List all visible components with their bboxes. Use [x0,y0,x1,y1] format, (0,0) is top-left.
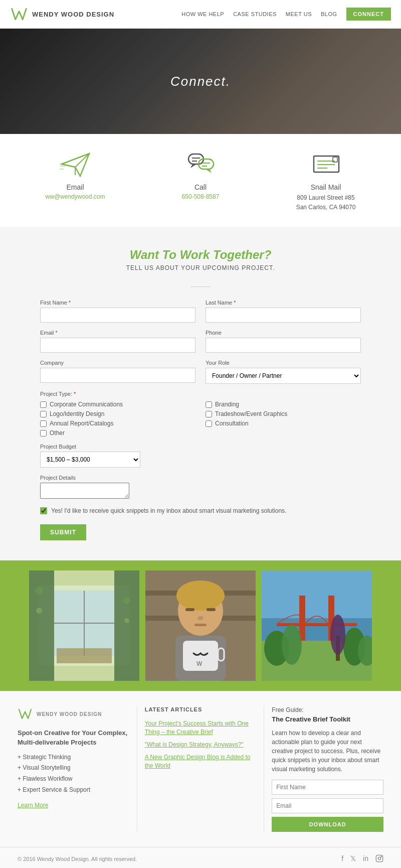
mail-line2: San Carlos, CA 94070 [296,204,356,211]
footer-article-1[interactable]: Your Project's Success Starts with One T… [145,719,257,737]
checkbox-annual[interactable]: Annual Report/Catalogs [40,420,195,427]
checkbox-other-label: Other [50,429,65,437]
mail-address: 809 Laurel Street #85 San Carlos, CA 940… [296,193,356,212]
company-group: Company [40,360,195,384]
checkbox-consultation[interactable]: Consultation [206,420,361,427]
form-divider [190,286,211,287]
svg-rect-26 [57,648,112,663]
contact-email: Email ww@wendywood.com [13,149,138,200]
instagram-icon[interactable] [375,854,383,864]
details-label: Project Details [40,475,361,481]
checkbox-logo[interactable]: Logo/Identity Design [40,410,195,417]
details-textarea[interactable] [40,483,129,499]
nav-meet-us[interactable]: MEET US [286,11,312,17]
checkbox-branding-input[interactable] [206,401,212,408]
footer-learn-more[interactable]: Learn More [18,802,48,809]
checkbox-annual-input[interactable] [40,420,47,427]
logo-icon [10,5,28,23]
svg-rect-21 [29,570,54,681]
phone-group: Phone [206,330,361,353]
last-name-label: Last Name * [206,300,361,306]
download-button[interactable]: DOWNLOAD [272,817,383,832]
checkbox-logo-label: Logo/Identity Design [50,410,104,417]
checkbox-other[interactable]: Other [40,429,195,437]
role-label: Your Role [206,360,361,366]
role-group: Your Role Founder / Owner / Partner CEO … [206,360,361,384]
footer-articles-title: LATEST ARTICLES [145,706,257,712]
connect-button[interactable]: CONNECT [346,8,391,21]
svg-point-52 [282,625,302,665]
company-input[interactable] [40,368,195,383]
svg-point-35 [176,581,225,611]
footer-col-articles: LATEST ARTICLES Your Project's Success S… [137,706,265,831]
role-select[interactable]: Founder / Owner / Partner CEO Marketing … [206,368,361,384]
nav-blog[interactable]: BLOG [321,11,337,17]
company-label: Company [40,360,195,366]
first-name-input[interactable] [40,308,195,323]
main-nav: HOW WE HELP CASE STUDIES MEET US BLOG CO… [181,8,391,21]
call-value[interactable]: 650-508-8587 [182,193,220,200]
checkbox-tradeshow-input[interactable] [206,411,212,417]
checkbox-corporate[interactable]: Corporate Communications [40,401,195,408]
site-title: WENDY WOOD DESIGN [32,11,114,18]
project-type-section: Project Type: * Corporate Communications… [40,391,361,437]
guide-desc: Learn how to develop a clear and actiona… [272,729,383,774]
first-name-group: First Name * [40,300,195,323]
linkedin-icon[interactable]: in [363,854,368,864]
call-icon [183,149,218,179]
svg-rect-36 [185,608,194,611]
call-label: Call [194,183,207,191]
footer-logo-text: WENDY WOOD DESIGN [37,711,102,717]
checkbox-corporate-input[interactable] [40,401,47,408]
gallery-image-2: W [145,570,256,681]
facebook-icon[interactable]: f [341,854,343,864]
first-name-label: First Name * [40,300,195,306]
nav-case-studies[interactable]: CASE STUDIES [233,11,277,17]
nav-how-we-help[interactable]: HOW WE HELP [181,11,224,17]
logo-area: WENDY WOOD DESIGN [10,5,114,23]
footer-article-2[interactable]: "What is Design Strategy, Anyways?" [145,741,257,749]
required-star: * [74,391,76,397]
budget-label: Project Budget [40,444,361,450]
header: WENDY WOOD DESIGN HOW WE HELP CASE STUDI… [0,0,401,29]
last-name-input[interactable] [206,308,361,323]
mail-line1: 809 Laurel Street #85 [297,194,354,201]
svg-point-27 [35,587,43,595]
checkbox-other-input[interactable] [40,430,47,437]
checkbox-branding-label: Branding [215,401,239,408]
gallery-image-1-art [29,570,139,681]
phone-input[interactable] [206,338,361,353]
checkbox-logo-input[interactable] [40,411,47,417]
footer-article-3[interactable]: A New Graphic Design Blog is Added to th… [145,753,257,770]
newsletter-checkbox[interactable] [40,507,47,514]
svg-point-30 [124,618,129,623]
budget-select[interactable]: $1,500 – $3,000 Under $1,500 $3,000 – $6… [40,452,140,468]
email-value[interactable]: ww@wendywood.com [46,193,105,200]
contact-icons-section: Email ww@wendywood.com Call 650-508-8587 [0,134,401,228]
gallery-image-3 [262,570,372,681]
guide-title: The Creative Brief Toolkit [272,715,383,724]
gallery-section: W [0,560,401,691]
checkbox-tradeshow-label: Tradeshow/Event Graphics [215,410,287,417]
email-input[interactable] [40,338,195,353]
svg-rect-39 [194,624,207,626]
checkbox-grid: Corporate Communications Branding Logo/I… [40,401,361,437]
guide-first-name-input[interactable] [272,780,383,795]
phone-label: Phone [206,330,361,336]
footer: WENDY WOOD DESIGN Spot-on Creative for Y… [0,691,401,868]
gallery-image-3-art [262,570,372,681]
checkbox-consultation-input[interactable] [206,420,212,427]
budget-section: Project Budget $1,500 – $3,000 Under $1,… [40,444,361,468]
footer-col-guide: Free Guide: The Creative Brief Toolkit L… [264,706,391,831]
twitter-icon[interactable]: 𝕏 [350,854,356,864]
checkbox-tradeshow[interactable]: Tradeshow/Event Graphics [206,410,361,417]
svg-point-58 [378,857,380,859]
submit-button[interactable]: SUBMIT [40,524,86,540]
checkbox-branding[interactable]: Branding [206,401,361,408]
guide-email-input[interactable] [272,798,383,813]
guide-label: Free Guide: [272,706,383,713]
svg-point-56 [330,615,345,655]
svg-line-3 [62,164,75,167]
footer-top: WENDY WOOD DESIGN Spot-on Creative for Y… [0,691,401,846]
email-phone-row: Email * Phone [40,330,361,353]
